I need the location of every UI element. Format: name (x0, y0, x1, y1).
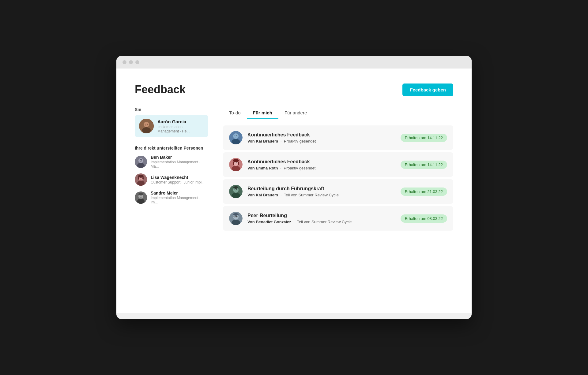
feedback-item[interactable]: Beurteilung durch Führungskraft Von Kai … (223, 179, 453, 204)
subordinate-user-info: Lisa Wagenknecht Customer Support · Juni… (151, 175, 205, 184)
feedback-content-4: Peer-Beurteilung Von Benedict Gonzalez ·… (247, 213, 396, 224)
svg-rect-39 (238, 162, 239, 165)
svg-point-44 (236, 189, 237, 190)
feedback-detail: Proaktiv gesendet (284, 139, 316, 143)
browser-window: Feedback Feedback geben Sie (116, 56, 472, 319)
feedback-detail: Teil von Summer Review Cycle (297, 220, 352, 224)
feedback-geben-button[interactable]: Feedback geben (402, 84, 453, 96)
svg-point-15 (140, 178, 140, 178)
subordinates-heading: Ihre direkt unterstellten Personen (135, 146, 208, 150)
svg-point-50 (236, 216, 237, 217)
feedback-detail: Teil von Summer Review Cycle (284, 193, 339, 197)
subordinate-sub: Implementation Management · Ma... (151, 160, 208, 169)
subordinate-sub: Customer Support · Junior Impl... (151, 180, 205, 184)
tabs-bar: To-do Für mich Für andere (223, 107, 453, 119)
selected-user-info: Aarón Garcia Implementation Management ·… (157, 119, 204, 133)
svg-point-26 (138, 193, 143, 195)
status-badge: Erhalten am 14.11.22 (401, 134, 447, 142)
svg-rect-11 (140, 159, 142, 160)
feedback-title: Kontinuierliches Feedback (247, 132, 396, 138)
list-item[interactable]: Lisa Wagenknecht Customer Support · Juni… (135, 173, 208, 186)
svg-point-25 (139, 197, 142, 199)
svg-point-5 (147, 124, 148, 124)
tab-todo[interactable]: To-do (223, 107, 247, 119)
svg-point-35 (235, 162, 235, 163)
status-badge: Erhalten am 21.03.22 (401, 188, 447, 196)
feedback-meta: Von Benedict Gonzalez · Teil von Summer … (247, 220, 396, 224)
feedback-sender: Von Emma Roth (247, 166, 278, 170)
avatar-benedict-gonzalez (229, 212, 243, 225)
svg-point-24 (141, 196, 142, 196)
feedback-item[interactable]: Peer-Beurteilung Von Benedict Gonzalez ·… (223, 206, 453, 231)
separator: · (281, 139, 282, 143)
browser-body: Feedback Feedback geben Sie (116, 69, 472, 313)
svg-point-31 (236, 136, 237, 136)
tab-fuer-mich[interactable]: Für mich (247, 107, 278, 119)
feedback-meta: Von Kai Brauers · Proaktiv gesendet (247, 139, 396, 143)
feedback-sender: Von Benedict Gonzalez (247, 220, 291, 224)
separator: · (293, 220, 295, 224)
browser-dot-1 (123, 60, 126, 64)
subordinate-name: Sandro Meier (151, 191, 208, 195)
svg-point-45 (233, 186, 238, 189)
svg-rect-38 (233, 162, 234, 165)
status-badge: Erhalten am 14.11.22 (401, 161, 447, 169)
svg-rect-18 (138, 177, 139, 180)
selected-user-name: Aarón Garcia (157, 119, 204, 124)
avatar-ben (135, 156, 147, 168)
subordinate-name: Lisa Wagenknecht (151, 175, 205, 180)
subordinate-user-info: Ben Baker Implementation Management · Ma… (151, 155, 208, 169)
page-title: Feedback (135, 83, 186, 96)
avatar-emma-roth (229, 158, 243, 171)
separator: · (281, 193, 282, 197)
svg-rect-19 (142, 177, 144, 180)
separator: · (280, 166, 281, 170)
sidebar: Sie (135, 107, 208, 231)
page-header: Feedback Feedback geben (135, 83, 453, 96)
svg-point-37 (233, 159, 239, 162)
avatar-lisa (135, 173, 147, 186)
feedback-sender: Von Kai Brauers (247, 139, 278, 143)
content-area: To-do Für mich Für andere (223, 107, 453, 231)
selected-user-card[interactable]: Aarón Garcia Implementation Management ·… (135, 115, 208, 137)
svg-point-23 (140, 196, 140, 196)
list-item[interactable]: Sandro Meier Implementation Management ·… (135, 191, 208, 204)
svg-point-30 (235, 136, 235, 136)
svg-point-9 (140, 160, 140, 161)
avatar-kai-brauers-1 (229, 131, 243, 144)
feedback-item[interactable]: Kontinuierliches Feedback Von Emma Roth … (223, 152, 453, 177)
feedback-detail: Proaktiv gesendet (284, 166, 315, 170)
svg-point-3 (144, 122, 149, 127)
svg-point-16 (141, 178, 142, 178)
feedback-title: Beurteilung durch Führungskraft (247, 186, 396, 191)
feedback-title: Kontinuierliches Feedback (247, 159, 396, 165)
selected-user-sub: Implementation Management · He... (157, 125, 204, 133)
feedback-item[interactable]: Kontinuierliches Feedback Von Kai Brauer… (223, 125, 453, 150)
avatar-kai-brauers-2 (229, 185, 243, 198)
sie-label: Sie (135, 107, 208, 112)
subordinate-user-info: Sandro Meier Implementation Management ·… (151, 191, 208, 204)
main-layout: Sie (135, 107, 453, 231)
svg-point-4 (145, 124, 145, 124)
subordinate-list: Ben Baker Implementation Management · Ma… (135, 155, 208, 204)
svg-point-43 (235, 189, 235, 190)
feedback-list: Kontinuierliches Feedback Von Kai Brauer… (223, 125, 453, 231)
browser-dot-2 (129, 60, 133, 64)
feedback-meta: Von Emma Roth · Proaktiv gesendet (247, 166, 396, 170)
svg-point-54 (233, 213, 239, 216)
feedback-content-1: Kontinuierliches Feedback Von Kai Brauer… (247, 132, 396, 143)
list-item[interactable]: Ben Baker Implementation Management · Ma… (135, 155, 208, 169)
feedback-meta: Von Kai Brauers · Teil von Summer Review… (247, 193, 396, 197)
feedback-content-2: Kontinuierliches Feedback Von Emma Roth … (247, 159, 396, 170)
feedback-title: Peer-Beurteilung (247, 213, 396, 218)
feedback-sender: Von Kai Brauers (247, 193, 278, 197)
avatar-aaron (139, 119, 154, 133)
feedback-content-3: Beurteilung durch Führungskraft Von Kai … (247, 186, 396, 197)
svg-point-28 (233, 133, 239, 139)
status-badge: Erhalten am 08.03.22 (401, 214, 447, 223)
svg-point-10 (141, 160, 142, 161)
svg-point-2 (142, 127, 151, 133)
tab-fuer-andere[interactable]: Für andere (278, 107, 313, 119)
svg-point-36 (236, 162, 237, 163)
subordinate-sub: Implementation Management · Im... (151, 196, 208, 204)
